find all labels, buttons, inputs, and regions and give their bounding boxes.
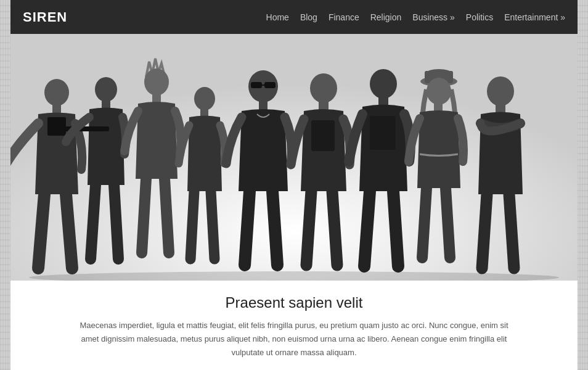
hero-image: [10, 34, 578, 281]
svg-rect-22: [370, 116, 396, 150]
svg-rect-19: [311, 120, 335, 151]
svg-rect-7: [47, 117, 66, 136]
svg-point-2: [44, 79, 69, 106]
hero-title: Praesent sapien velit: [35, 294, 553, 311]
hero-body: Maecenas imperdiet, ligula et mattis feu…: [78, 319, 510, 360]
svg-point-20: [370, 69, 397, 99]
svg-point-25: [427, 69, 451, 76]
header: SIREN Home Blog Finance Religion Busines…: [10, 0, 578, 34]
hero-caption: Praesent sapien velit Maecenas imperdiet…: [10, 281, 578, 366]
svg-point-4: [95, 77, 117, 102]
nav-finance[interactable]: Finance: [329, 12, 359, 22]
nav-business[interactable]: Business »: [412, 12, 454, 22]
svg-point-28: [487, 76, 514, 106]
nav-politics[interactable]: Politics: [466, 12, 493, 22]
svg-point-17: [310, 73, 337, 103]
nav-home[interactable]: Home: [266, 12, 289, 22]
site-title: SIREN: [23, 9, 67, 25]
svg-rect-13: [251, 82, 262, 88]
nav-blog[interactable]: Blog: [300, 12, 317, 22]
svg-point-10: [194, 87, 215, 110]
nav-entertainment[interactable]: Entertainment »: [504, 12, 565, 22]
pagination-dots: [10, 366, 578, 370]
svg-point-8: [144, 68, 169, 96]
svg-point-26: [427, 78, 451, 105]
svg-rect-6: [60, 126, 109, 131]
hero-slider: Praesent sapien velit Maecenas imperdiet…: [10, 34, 578, 370]
svg-rect-14: [264, 82, 276, 88]
nav-religion[interactable]: Religion: [370, 12, 402, 22]
main-nav: Home Blog Finance Religion Business » Po…: [266, 12, 565, 22]
